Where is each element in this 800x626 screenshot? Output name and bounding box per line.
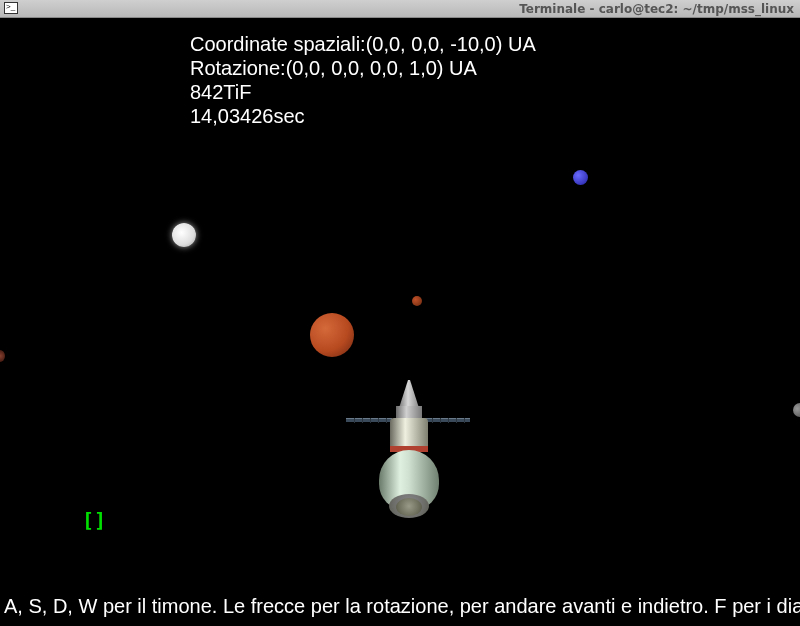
coord-value: (0,0, 0,0, -10,0) UA [366,33,536,55]
solar-panel-right [424,418,470,422]
planet-blue [573,170,588,185]
planet-edge-left [0,350,5,362]
rot-value: (0,0, 0,0, 0,0, 1,0) UA [286,57,477,79]
help-text: A, S, D, W per il timone. Le frecce per … [4,595,800,618]
app-window: Terminale - carlo@tec2: ~/tmp/mss_linux … [0,0,800,626]
hud-time: 14,03426sec [190,104,536,128]
game-viewport[interactable]: Coordinate spaziali:(0,0, 0,0, -10,0) UA… [0,18,800,626]
hud-frame: 842TiF [190,80,536,104]
planet-edge-right [793,403,800,417]
hud-rotation: Rotazione:(0,0, 0,0, 0,0, 1,0) UA [190,56,536,80]
coord-label: Coordinate spaziali: [190,33,366,55]
target-bracket: [] [82,508,106,532]
hud-overlay: Coordinate spaziali:(0,0, 0,0, -10,0) UA… [190,32,536,128]
planet-orange-large [310,313,354,357]
spacecraft [360,386,460,536]
titlebar[interactable]: Terminale - carlo@tec2: ~/tmp/mss_linux [0,0,800,18]
solar-panel-left [346,418,392,422]
planet-white [172,223,196,247]
rot-label: Rotazione: [190,57,286,79]
terminal-icon [4,2,18,14]
craft-upper-module [390,418,428,448]
hud-coordinates: Coordinate spaziali:(0,0, 0,0, -10,0) UA [190,32,536,56]
planet-orange-small [412,296,422,306]
craft-nose [399,380,419,408]
window-title: Terminale - carlo@tec2: ~/tmp/mss_linux [519,2,794,16]
craft-nozzle [396,498,422,516]
